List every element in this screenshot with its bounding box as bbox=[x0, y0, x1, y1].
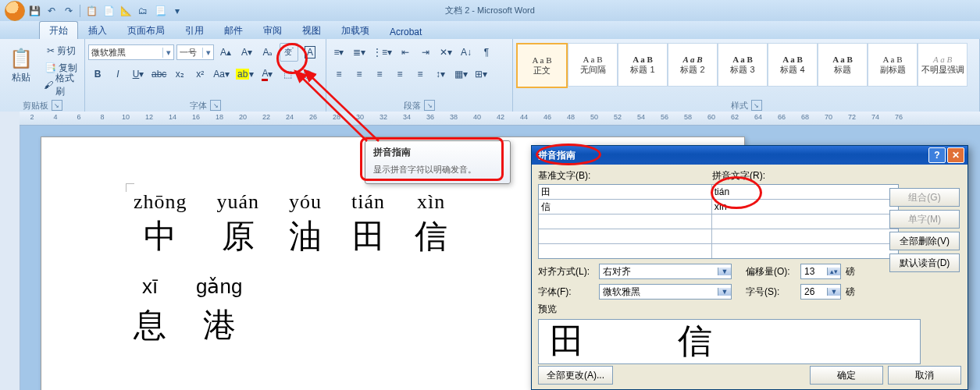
qat-paste-icon[interactable]: 📄 bbox=[101, 3, 116, 19]
align-combo[interactable]: 右对齐▼ bbox=[599, 264, 732, 279]
subscript-button[interactable]: x₂ bbox=[170, 65, 189, 83]
numbering-button[interactable]: ≣▾ bbox=[350, 43, 369, 62]
clearall-button[interactable]: 全部删除(V) bbox=[889, 232, 960, 250]
strike-button[interactable]: abc bbox=[149, 65, 169, 83]
tab-insert[interactable]: 插入 bbox=[78, 21, 117, 39]
dialog-close-button[interactable]: ✕ bbox=[947, 147, 964, 163]
shrink-font-button[interactable]: A▾ bbox=[237, 43, 256, 62]
change-all-button[interactable]: 全部更改(A)... bbox=[538, 366, 613, 385]
tab-pagelayout[interactable]: 页面布局 bbox=[117, 21, 175, 39]
combine-button[interactable]: 组合(G) bbox=[889, 188, 960, 207]
align-left-button[interactable]: ≡ bbox=[330, 65, 348, 83]
clipboard-launcher[interactable]: ↘ bbox=[52, 100, 62, 111]
change-case-button[interactable]: Aa▾ bbox=[211, 65, 232, 83]
align-center-button[interactable]: ≡ bbox=[350, 65, 369, 83]
font-size-combo[interactable]: 一号▾ bbox=[176, 44, 214, 60]
ribbon: 📋 粘贴 ✂剪切 📑复制 🖌格式刷 剪贴板↘ 微软雅黑▾ 一号▾ A▴ A▾ A… bbox=[0, 39, 980, 112]
format-painter-button[interactable]: 🖌格式刷 bbox=[41, 76, 81, 94]
style-subtle[interactable]: A a B不明显强调 bbox=[918, 43, 968, 87]
tab-view[interactable]: 视图 bbox=[292, 21, 331, 39]
style-h1[interactable]: A a B标题 1 bbox=[618, 43, 668, 87]
superscript-button[interactable]: x² bbox=[191, 65, 209, 83]
qat-undo-icon[interactable]: ↶ bbox=[44, 3, 59, 19]
default-reading-button[interactable]: 默认读音(D) bbox=[889, 254, 960, 272]
size-combo[interactable]: 26▼ bbox=[800, 284, 841, 300]
qat-cascade-icon[interactable]: 🗂 bbox=[135, 3, 151, 19]
tab-references[interactable]: 引用 bbox=[175, 21, 214, 39]
cut-button[interactable]: ✂剪切 bbox=[41, 42, 81, 59]
style-normal[interactable]: A a B正文 bbox=[516, 43, 568, 88]
highlight-button[interactable]: ab▾ bbox=[233, 65, 256, 83]
base-cell-4[interactable] bbox=[539, 244, 712, 258]
dialog-titlebar[interactable]: 拼音指南 ? ✕ bbox=[532, 146, 968, 165]
office-button[interactable] bbox=[5, 1, 25, 21]
italic-button[interactable]: I bbox=[109, 65, 127, 83]
align-right-button[interactable]: ≡ bbox=[370, 65, 389, 83]
styles-launcher[interactable]: ↘ bbox=[751, 100, 762, 111]
ruby-cell-1[interactable]: xìn bbox=[712, 200, 898, 214]
justify-button[interactable]: ≡ bbox=[390, 65, 409, 83]
qat-doc-icon[interactable]: 📃 bbox=[152, 3, 168, 19]
qat-save-icon[interactable]: 💾 bbox=[27, 3, 42, 19]
ruby-cell-3[interactable] bbox=[712, 229, 898, 243]
base-cell-0[interactable]: 田 bbox=[539, 185, 712, 199]
ruler-tick: 52 bbox=[614, 113, 622, 121]
asian-layout-button[interactable]: ✕▾ bbox=[437, 43, 455, 62]
tab-acrobat[interactable]: Acrobat bbox=[380, 23, 432, 39]
font-launcher[interactable]: ↘ bbox=[210, 100, 221, 111]
multilevel-button[interactable]: ⋮≡▾ bbox=[370, 43, 394, 62]
offset-spinner[interactable]: 13▴▾ bbox=[800, 264, 841, 279]
tab-review[interactable]: 审阅 bbox=[253, 21, 292, 39]
char-shading-button[interactable]: ⬚ bbox=[278, 65, 297, 83]
ok-button[interactable]: 确定 bbox=[810, 366, 883, 385]
base-cell-2[interactable] bbox=[539, 214, 712, 229]
phonetic-guide-button[interactable]: 变ˇ bbox=[280, 43, 298, 62]
style-h2[interactable]: A a B标题 2 bbox=[668, 43, 718, 87]
ruby-cell-2[interactable] bbox=[712, 214, 898, 229]
line-spacing-button[interactable]: ↕▾ bbox=[431, 65, 450, 83]
preview-label: 预览 bbox=[538, 303, 961, 316]
horizontal-ruler[interactable]: 2468101214161820222426283032343638404244… bbox=[20, 112, 980, 126]
tab-mailings[interactable]: 邮件 bbox=[214, 21, 253, 39]
mono-button[interactable]: 单字(M) bbox=[889, 210, 960, 229]
underline-button[interactable]: U▾ bbox=[129, 65, 148, 83]
style-title[interactable]: A a B标题 bbox=[818, 43, 868, 87]
qat-ruler-icon[interactable]: 📐 bbox=[118, 3, 134, 19]
dialog-help-button[interactable]: ? bbox=[928, 147, 946, 163]
paste-button[interactable]: 📋 粘贴 bbox=[3, 41, 39, 90]
grow-font-button[interactable]: A▴ bbox=[216, 43, 235, 62]
indent-inc-button[interactable]: ⇥ bbox=[416, 43, 435, 62]
bold-button[interactable]: B bbox=[88, 65, 107, 83]
style-subtitle[interactable]: A a B副标题 bbox=[868, 43, 918, 87]
style-h3[interactable]: A a B标题 3 bbox=[718, 43, 768, 87]
base-cell-3[interactable] bbox=[539, 229, 712, 243]
group-paragraph-label: 段落 bbox=[404, 100, 421, 112]
style-gallery[interactable]: A a B正文 A a B无间隔 A a B标题 1 A a B标题 2 A a… bbox=[516, 43, 968, 88]
style-nospacing[interactable]: A a B无间隔 bbox=[568, 43, 618, 87]
bullets-button[interactable]: ≡▾ bbox=[330, 43, 348, 62]
style-h4[interactable]: A a B标题 4 bbox=[768, 43, 818, 87]
shading-button[interactable]: ▦▾ bbox=[451, 65, 470, 83]
qat-redo-icon[interactable]: ↷ bbox=[61, 3, 77, 19]
borders-button[interactable]: ⊞▾ bbox=[472, 65, 490, 83]
font-color-button[interactable]: A▾ bbox=[258, 65, 276, 83]
tab-addins[interactable]: 加载项 bbox=[331, 21, 380, 39]
distribute-button[interactable]: ≡ bbox=[411, 65, 429, 83]
show-marks-button[interactable]: ¶ bbox=[477, 43, 496, 62]
font-name-combo[interactable]: 微软雅黑▾ bbox=[88, 44, 174, 60]
qat-more-icon[interactable]: ▾ bbox=[169, 3, 185, 19]
char-border-button[interactable]: A bbox=[301, 43, 319, 62]
ruby-cell-4[interactable] bbox=[712, 244, 898, 258]
qat-copy-icon[interactable]: 📋 bbox=[84, 3, 99, 19]
ruby-cell-0[interactable]: tián bbox=[712, 185, 898, 199]
enclose-char-button[interactable]: ㊥ bbox=[298, 65, 317, 83]
tab-home[interactable]: 开始 bbox=[39, 21, 78, 39]
sort-button[interactable]: A↓ bbox=[457, 43, 476, 62]
cancel-button[interactable]: 取消 bbox=[888, 366, 961, 385]
paragraph-launcher[interactable]: ↘ bbox=[424, 100, 435, 111]
ruler-tick: 46 bbox=[543, 113, 551, 121]
base-cell-1[interactable]: 信 bbox=[539, 200, 712, 214]
indent-dec-button[interactable]: ⇤ bbox=[396, 43, 415, 62]
font-combo[interactable]: 微软雅黑▼ bbox=[599, 284, 732, 300]
clear-format-button[interactable]: Aₐ bbox=[258, 43, 277, 62]
